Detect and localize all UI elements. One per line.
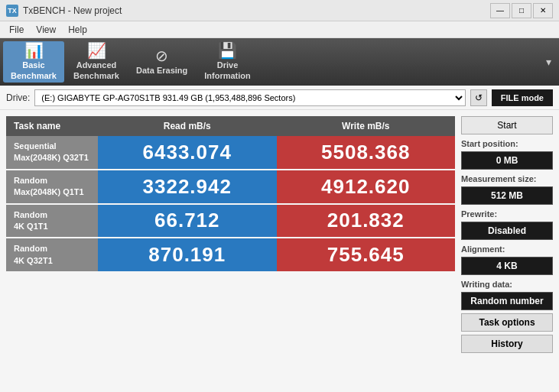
bench-read-value: 66.712 — [98, 204, 277, 238]
menu-view[interactable]: View — [30, 23, 62, 37]
drive-refresh-button[interactable]: ↺ — [470, 89, 487, 106]
bench-read-value: 6433.074 — [98, 136, 277, 170]
bench-read-value: 870.191 — [98, 238, 277, 272]
close-button[interactable]: ✕ — [533, 3, 553, 18]
writing-data-label: Writing data: — [461, 280, 553, 289]
benchmark-area: Task name Read mB/s Write mB/s Sequentia… — [6, 116, 455, 392]
file-mode-button[interactable]: FILE mode — [492, 89, 553, 106]
bench-task-name: SequentialMax(2048K) Q32T1 — [6, 136, 98, 170]
bench-task-name: RandomMax(2048K) Q1T1 — [6, 170, 98, 204]
alignment-label: Alignment: — [461, 245, 553, 254]
basic-benchmark-icon: 📊 — [24, 43, 44, 58]
main-content: Task name Read mB/s Write mB/s Sequentia… — [0, 110, 559, 392]
toolbar-dropdown: ▾ — [541, 53, 556, 71]
basic-benchmark-label: BasicBenchmark — [11, 60, 57, 80]
menu-help[interactable]: Help — [62, 23, 93, 37]
right-panel: Start Start position: 0 MB Measurement s… — [461, 116, 553, 392]
table-row: RandomMax(2048K) Q1T13322.9424912.620 — [6, 170, 455, 204]
task-options-button[interactable]: Task options — [461, 313, 553, 332]
start-position-value[interactable]: 0 MB — [461, 151, 553, 170]
col-task-name: Task name — [6, 116, 98, 136]
measurement-size-value[interactable]: 512 MB — [461, 186, 553, 205]
menu-bar: File View Help — [0, 21, 559, 38]
bench-write-value: 4912.620 — [277, 170, 456, 204]
col-read: Read mB/s — [98, 116, 277, 136]
bench-read-value: 3322.942 — [98, 170, 277, 204]
app-icon: TX — [6, 5, 18, 17]
drive-label: Drive: — [6, 92, 30, 103]
prewrite-label: Prewrite: — [461, 209, 553, 219]
data-erasing-label: Data Erasing — [136, 66, 187, 76]
toolbar-data-erasing[interactable]: ⊘ Data Erasing — [128, 41, 195, 83]
toolbar-basic-benchmark[interactable]: 📊 BasicBenchmark — [3, 41, 64, 83]
bench-task-name: Random4K Q32T1 — [6, 238, 98, 272]
drive-information-label: DriveInformation — [204, 60, 251, 80]
drive-bar: Drive: (E:) GIGABYTE GP-AG70S1TB 931.49 … — [0, 86, 559, 110]
advanced-benchmark-label: AdvancedBenchmark — [73, 60, 119, 80]
menu-file[interactable]: File — [3, 23, 30, 37]
alignment-value[interactable]: 4 KB — [461, 257, 553, 275]
drive-information-icon: 💾 — [218, 43, 237, 58]
col-write: Write mB/s — [277, 116, 456, 136]
title-bar-text: TxBENCH - New project — [23, 5, 490, 16]
writing-data-value[interactable]: Random number — [461, 292, 553, 310]
bench-task-name: Random4K Q1T1 — [6, 204, 98, 238]
bench-write-value: 755.645 — [277, 238, 456, 272]
title-bar: TX TxBENCH - New project — □ ✕ — [0, 0, 559, 21]
bench-write-value: 201.832 — [277, 204, 456, 238]
benchmark-table: Task name Read mB/s Write mB/s Sequentia… — [6, 116, 455, 273]
table-header-row: Task name Read mB/s Write mB/s — [6, 116, 455, 136]
advanced-benchmark-icon: 📈 — [87, 43, 106, 58]
data-erasing-icon: ⊘ — [155, 48, 168, 63]
prewrite-value[interactable]: Disabled — [461, 222, 553, 240]
table-row: Random4K Q32T1870.191755.645 — [6, 238, 455, 272]
measurement-size-label: Measurement size: — [461, 174, 553, 183]
history-button[interactable]: History — [461, 335, 553, 353]
toolbar-drive-information[interactable]: 💾 DriveInformation — [197, 41, 258, 83]
window-controls: — □ ✕ — [490, 3, 553, 18]
minimize-button[interactable]: — — [490, 3, 510, 18]
dropdown-arrow-icon[interactable]: ▾ — [541, 53, 556, 71]
table-row: SequentialMax(2048K) Q32T16433.0745508.3… — [6, 136, 455, 170]
toolbar-advanced-benchmark[interactable]: 📈 AdvancedBenchmark — [66, 41, 127, 83]
table-row: Random4K Q1T166.712201.832 — [6, 204, 455, 238]
drive-select[interactable]: (E:) GIGABYTE GP-AG70S1TB 931.49 GB (1,9… — [34, 89, 465, 106]
start-button[interactable]: Start — [461, 116, 553, 134]
start-position-label: Start position: — [461, 139, 553, 148]
maximize-button[interactable]: □ — [512, 3, 531, 18]
toolbar: 📊 BasicBenchmark 📈 AdvancedBenchmark ⊘ D… — [0, 38, 559, 86]
bench-write-value: 5508.368 — [277, 136, 456, 170]
